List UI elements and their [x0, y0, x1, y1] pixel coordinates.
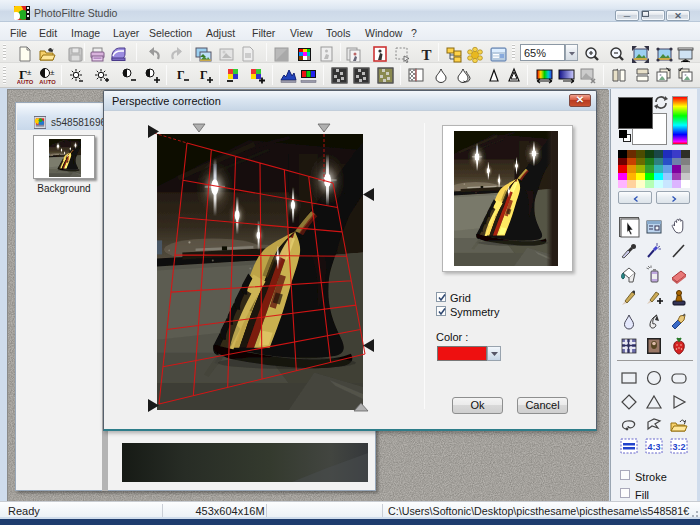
svg-text:T: T: [421, 47, 431, 63]
svg-text:Γ: Γ: [177, 68, 185, 82]
svg-text:AUTO: AUTO: [39, 79, 56, 85]
svg-text:±: ±: [50, 68, 55, 77]
svg-text:Γ: Γ: [200, 68, 208, 82]
svg-text:3:2: 3:2: [672, 442, 685, 452]
svg-text:±: ±: [27, 68, 32, 77]
svg-text:AUTO: AUTO: [17, 79, 34, 85]
svg-text:4:3: 4:3: [647, 442, 660, 452]
